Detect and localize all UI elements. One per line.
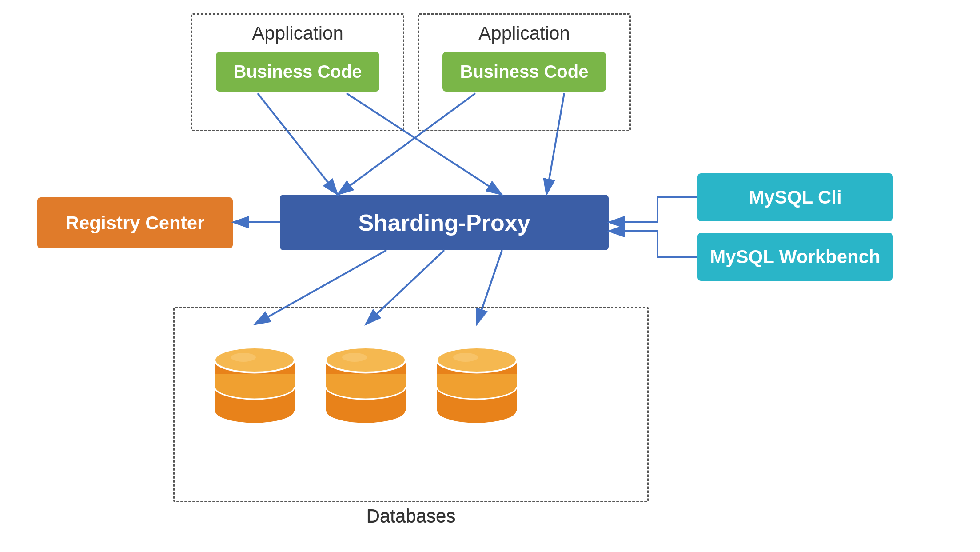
svg-rect-15	[437, 374, 517, 387]
db-cylinder-1	[212, 324, 297, 427]
svg-rect-9	[326, 374, 406, 387]
db-cylinder-2	[323, 324, 408, 427]
svg-point-17	[453, 353, 478, 362]
sharding-proxy-label: Sharding-Proxy	[358, 209, 530, 236]
diagram: Application Business Code Application Bu…	[0, 0, 980, 552]
application-box-1: Application Business Code	[191, 13, 404, 131]
databases-text-label: Databases	[173, 506, 649, 527]
db-cylinder-3	[434, 324, 519, 427]
sharding-proxy-box: Sharding-Proxy	[280, 195, 609, 250]
application-box-2: Application Business Code	[418, 13, 631, 131]
mysql-cli-label: MySQL Cli	[749, 187, 841, 208]
app2-business-code: Business Code	[442, 52, 606, 92]
mysql-workbench-label: MySQL Workbench	[710, 246, 880, 268]
mysql-workbench-box: MySQL Workbench	[697, 233, 893, 281]
app2-label: Application	[478, 23, 570, 44]
mysql-cli-box: MySQL Cli	[697, 173, 893, 221]
app1-business-code: Business Code	[216, 52, 380, 92]
svg-rect-3	[215, 374, 295, 387]
svg-point-16	[437, 348, 517, 372]
svg-point-4	[215, 348, 295, 372]
app1-label: Application	[252, 23, 343, 44]
svg-point-10	[326, 348, 406, 372]
svg-point-11	[342, 353, 367, 362]
svg-point-5	[231, 353, 256, 362]
registry-center-label: Registry Center	[66, 212, 205, 234]
registry-center-box: Registry Center	[37, 197, 233, 248]
